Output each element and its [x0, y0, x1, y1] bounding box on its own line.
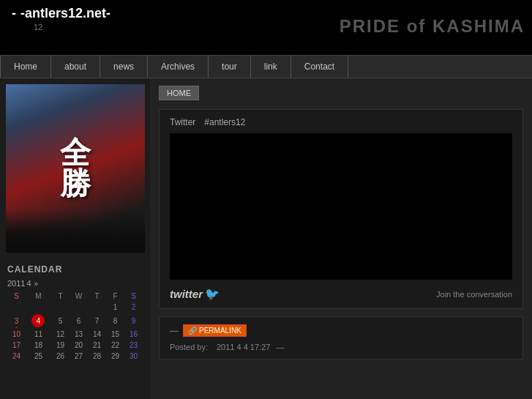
calendar-day[interactable]: 10 — [7, 329, 26, 340]
calendar-month: 4 — [26, 279, 31, 288]
sidebar-image-kanji: 全勝 — [60, 138, 91, 199]
post-header: — 🔗 PERMALINK — [170, 324, 512, 337]
twitter-hashtag[interactable]: #antlers12 — [204, 117, 245, 127]
twitter-logo[interactable]: twitter 🐦 — [170, 287, 220, 301]
cal-header-fri: F — [106, 291, 124, 302]
calendar-day[interactable]: 2 — [124, 302, 143, 313]
twitter-footer: twitter 🐦 Join the conversation — [170, 287, 512, 301]
calendar-day — [26, 302, 51, 313]
calendar-day[interactable]: 15 — [106, 329, 124, 340]
calendar-day[interactable]: 13 — [70, 329, 88, 340]
nav-item-tour[interactable]: tour — [209, 56, 251, 78]
nav-item-home[interactable]: Home — [0, 56, 51, 78]
calendar-year: 2011 — [7, 279, 25, 288]
calendar-day[interactable]: 9 — [124, 313, 143, 329]
cal-header-thu: T — [88, 291, 106, 302]
calendar-day[interactable]: 28 — [88, 351, 106, 362]
post-date: 2011 4 4 17:27 — [217, 343, 270, 351]
nav-item-contact[interactable]: Contact — [291, 56, 348, 78]
calendar-day[interactable]: 22 — [106, 340, 124, 351]
calendar-day[interactable]: 11 — [26, 329, 51, 340]
post-by-label: Posted by: — [170, 343, 208, 351]
twitter-section: Twitter #antlers12 twitter 🐦 Join the co… — [159, 109, 523, 309]
calendar-header: 2011 4 » — [7, 279, 143, 288]
permalink-badge[interactable]: 🔗 PERMALINK — [183, 324, 247, 337]
calendar-next-icon[interactable]: » — [34, 280, 39, 288]
permalink-icon: 🔗 — [188, 327, 197, 335]
nav-item-archives[interactable]: Archives — [148, 56, 209, 78]
header-title: -antlers12.net- — [20, 6, 110, 21]
calendar-day[interactable]: 23 — [124, 340, 143, 351]
calendar-day — [7, 302, 26, 313]
twitter-logo-text: twitter — [170, 288, 203, 300]
calendar-title: CALENDAR — [7, 264, 143, 275]
calendar-day[interactable]: 25 — [26, 351, 51, 362]
calendar-day[interactable]: 12 — [51, 329, 70, 340]
cal-header-sat: S — [124, 291, 143, 302]
calendar-day[interactable]: 19 — [51, 340, 70, 351]
twitter-label: Twitter — [170, 117, 195, 127]
content-area: HOME Twitter #antlers12 twitter 🐦 Join t… — [150, 78, 532, 399]
calendar-day — [70, 302, 88, 313]
permalink-label: PERMALINK — [199, 327, 241, 335]
cal-header-tue: T — [51, 291, 70, 302]
nav-item-link[interactable]: link — [251, 56, 291, 78]
calendar-day — [88, 302, 106, 313]
twitter-bird-icon: 🐦 — [205, 287, 220, 301]
calendar-day[interactable]: 16 — [124, 329, 143, 340]
home-badge: HOME — [159, 86, 199, 100]
calendar-day — [51, 302, 70, 313]
calendar-table: S M T W T F S 12345678910111213141516171… — [7, 291, 143, 362]
twitter-row: Twitter #antlers12 — [170, 117, 512, 127]
cal-header-wed: W — [70, 291, 88, 302]
nav-item-about[interactable]: about — [51, 56, 100, 78]
calendar-day[interactable]: 4 — [26, 313, 51, 329]
calendar-day[interactable]: 1 — [106, 302, 124, 313]
calendar-day[interactable]: 18 — [26, 340, 51, 351]
calendar-day[interactable]: 5 — [51, 313, 70, 329]
sidebar-image: 全勝 — [6, 84, 145, 253]
calendar: CALENDAR 2011 4 » S M T W T F S — [0, 258, 150, 368]
nav-item-news[interactable]: news — [100, 56, 148, 78]
calendar-day[interactable]: 29 — [106, 351, 124, 362]
join-conversation[interactable]: Join the conversation — [436, 290, 512, 299]
calendar-day[interactable]: 17 — [7, 340, 26, 351]
post-section: — 🔗 PERMALINK Posted by: 2011 4 4 17:27 … — [159, 316, 523, 359]
calendar-day[interactable]: 30 — [124, 351, 143, 362]
twitter-embed-area — [170, 133, 512, 280]
sidebar: 全勝 CALENDAR 2011 4 » S M T W — [0, 78, 150, 399]
calendar-day[interactable]: 8 — [106, 313, 124, 329]
cal-header-sun: S — [7, 291, 26, 302]
calendar-day[interactable]: 24 — [7, 351, 26, 362]
calendar-day[interactable]: 6 — [70, 313, 88, 329]
calendar-body: 1234567891011121314151617181920212223242… — [7, 302, 143, 362]
post-dash2: — — [276, 343, 284, 351]
header: - -antlers12.net- 12 PRIDE of KASHIMA — [0, 0, 532, 55]
main-nav: Home about news Archives tour link Conta… — [0, 55, 532, 78]
calendar-day[interactable]: 7 — [88, 313, 106, 329]
calendar-day[interactable]: 3 — [7, 313, 26, 329]
calendar-day[interactable]: 20 — [70, 340, 88, 351]
post-meta: Posted by: 2011 4 4 17:27 — — [170, 343, 512, 351]
post-dash: — — [170, 326, 179, 336]
header-brand: PRIDE of KASHIMA — [340, 16, 525, 37]
main-content: 全勝 CALENDAR 2011 4 » S M T W — [0, 78, 532, 399]
calendar-day[interactable]: 14 — [88, 329, 106, 340]
calendar-day[interactable]: 27 — [70, 351, 88, 362]
header-prefix: - — [12, 6, 16, 21]
cal-header-mon: M — [26, 291, 51, 302]
calendar-day[interactable]: 21 — [88, 340, 106, 351]
calendar-day[interactable]: 26 — [51, 351, 70, 362]
